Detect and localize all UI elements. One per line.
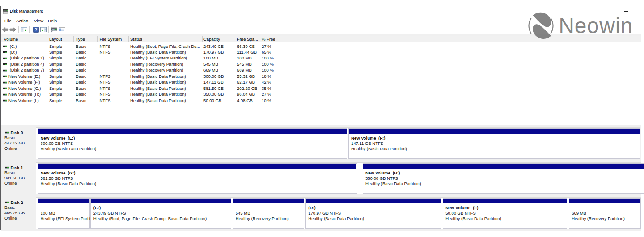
- svg-text:?: ?: [34, 27, 37, 32]
- svg-text:Neowin: Neowin: [559, 14, 633, 38]
